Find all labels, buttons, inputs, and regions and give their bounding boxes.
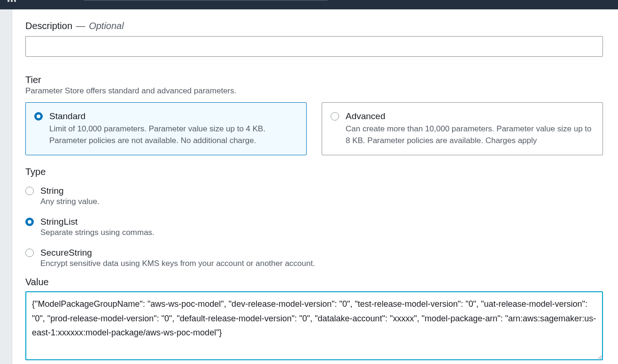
type-option-stringlist[interactable]: StringList Separate strings using commas…: [25, 214, 603, 245]
tier-standard-desc: Limit of 10,000 parameters. Parameter va…: [49, 123, 297, 146]
type-option-securestring[interactable]: SecureString Encrypt sensitive data usin…: [25, 245, 603, 276]
description-optional: Optional: [89, 21, 124, 31]
radio-icon: [331, 112, 339, 121]
description-label-text: Description: [25, 21, 72, 31]
radio-icon: [25, 218, 34, 226]
type-securestring-desc: Encrypt sensitive data using KMS keys fr…: [40, 259, 315, 268]
type-option-string[interactable]: String Any string value.: [25, 183, 603, 214]
tier-label: Tier: [25, 75, 603, 85]
tier-advanced-title: Advanced: [346, 111, 593, 121]
type-stringlist-title: StringList: [40, 217, 154, 227]
type-string-title: String: [40, 186, 100, 196]
description-label: Description — Optional: [25, 21, 603, 31]
form-content: Description — Optional Tier Parameter St…: [12, 9, 618, 364]
value-textarea[interactable]: [25, 291, 603, 360]
top-nav-bar: [0, 0, 618, 9]
type-securestring-title: SecureString: [40, 248, 315, 258]
tier-option-standard[interactable]: Standard Limit of 10,000 parameters. Par…: [25, 102, 307, 155]
tier-sublabel: Parameter Store offers standard and adva…: [25, 86, 603, 96]
radio-icon: [25, 187, 34, 195]
type-options: String Any string value. StringList Sepa…: [25, 183, 603, 276]
global-search-input[interactable]: [84, 0, 328, 1]
global-search-wrap: [84, 0, 328, 1]
type-string-desc: Any string value.: [40, 197, 100, 206]
type-stringlist-desc: Separate strings using commas.: [40, 228, 154, 237]
value-label: Value: [25, 277, 603, 288]
radio-icon: [25, 249, 34, 257]
radio-icon: [34, 112, 43, 121]
tier-options: Standard Limit of 10,000 parameters. Par…: [25, 102, 603, 155]
type-label: Type: [25, 167, 603, 177]
description-input[interactable]: [25, 36, 603, 57]
left-gutter: [0, 9, 12, 364]
tier-option-advanced[interactable]: Advanced Can create more than 10,000 par…: [322, 102, 603, 155]
tier-standard-title: Standard: [49, 111, 297, 121]
dash: —: [76, 21, 85, 31]
tier-advanced-desc: Can create more than 10,000 parameters. …: [346, 123, 593, 146]
services-menu-icon[interactable]: [8, 0, 16, 2]
